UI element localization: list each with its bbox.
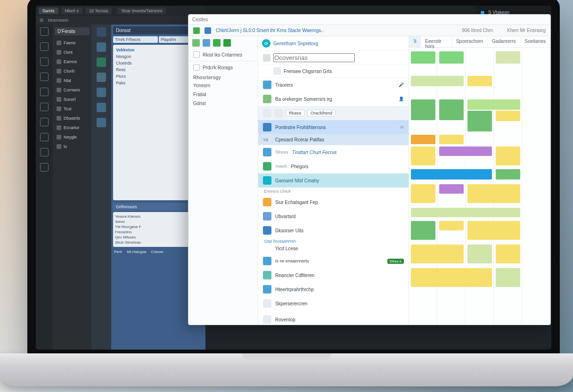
event-block[interactable] bbox=[439, 99, 464, 120]
list-link[interactable]: Gtar hrossanrrsn bbox=[258, 237, 409, 245]
list-item[interactable]: Hteertrprahrthrchp bbox=[258, 282, 409, 296]
tool-icon[interactable] bbox=[97, 118, 106, 127]
event-block[interactable] bbox=[467, 245, 492, 263]
list-item-selected[interactable]: Pontirstre Frohithterrsns Ih bbox=[258, 120, 409, 134]
editor-tab-4[interactable]: Strar Invests/Tatrsnns bbox=[117, 8, 166, 14]
activity-icon[interactable] bbox=[40, 103, 49, 111]
list-item[interactable]: Traorers 🎤 bbox=[258, 78, 409, 92]
left-item[interactable]: Fratial bbox=[188, 90, 258, 99]
event-block[interactable] bbox=[496, 111, 520, 121]
list-item[interactable]: Ubvartsrd bbox=[258, 209, 409, 223]
activity-icon[interactable] bbox=[40, 57, 49, 66]
filter-icon[interactable] bbox=[213, 39, 221, 47]
sidebar-item[interactable]: Clunh bbox=[55, 66, 90, 76]
sidebar-item[interactable]: Eccartor bbox=[55, 123, 90, 132]
menu-item-1[interactable]: Sl bbox=[40, 18, 43, 23]
event-block[interactable] bbox=[467, 99, 520, 110]
event-block[interactable] bbox=[411, 245, 464, 263]
event-block[interactable] bbox=[411, 208, 520, 217]
editor-tab-2[interactable]: Mkert s bbox=[61, 8, 83, 14]
sidebar-item[interactable]: Socerl bbox=[55, 95, 90, 104]
chip[interactable]: Rkaea bbox=[286, 110, 304, 116]
event-block[interactable] bbox=[467, 111, 492, 131]
sidebar-item[interactable]: Dbastnls bbox=[55, 114, 90, 123]
left-item[interactable]: Rkist iks Cntarrnes bbox=[188, 49, 258, 60]
editor-tab-1[interactable]: Samts bbox=[39, 8, 58, 14]
list-item[interactable]: Siur Echatsgant Fep bbox=[258, 195, 409, 209]
sidebar-item[interactable]: Nlat bbox=[55, 76, 90, 85]
activity-icon[interactable] bbox=[40, 163, 49, 172]
event-block[interactable] bbox=[496, 245, 520, 263]
list-item-highlighted[interactable]: Gamarel Nfsf Cmahy bbox=[258, 173, 409, 188]
event-block[interactable] bbox=[439, 221, 464, 230]
event-block[interactable] bbox=[439, 51, 464, 64]
editor-tab-3[interactable]: 15 Tecssa bbox=[85, 8, 112, 14]
event-block[interactable] bbox=[411, 147, 435, 165]
event-block[interactable] bbox=[467, 221, 520, 240]
event-block[interactable] bbox=[467, 76, 492, 86]
event-block[interactable] bbox=[411, 99, 435, 120]
search-icon[interactable]: ⟳ bbox=[262, 39, 270, 48]
schedule-tab[interactable]: Soeitanes bbox=[521, 36, 550, 47]
search-input[interactable] bbox=[273, 53, 355, 62]
schedule-grid[interactable] bbox=[409, 48, 550, 325]
event-block[interactable] bbox=[411, 184, 435, 203]
activity-icon[interactable] bbox=[40, 27, 49, 36]
list-item[interactable]: Ba orekerger Somerrsrs irg 👤 bbox=[258, 92, 409, 106]
activity-icon[interactable] bbox=[40, 88, 49, 96]
sidebar-item[interactable]: Tcot bbox=[55, 104, 90, 114]
sidebar-item[interactable]: Corrsers bbox=[55, 85, 90, 95]
activity-icon[interactable] bbox=[40, 148, 49, 156]
list-item[interactable]: Dksorser Uits bbox=[258, 223, 409, 237]
event-block[interactable] bbox=[411, 268, 492, 287]
list-item[interactable]: Ix ne ensaennerts Dirso k bbox=[258, 254, 409, 268]
activity-icon[interactable] bbox=[40, 42, 49, 51]
toolbar-icon[interactable] bbox=[205, 27, 211, 34]
tool-icon[interactable] bbox=[97, 88, 106, 97]
tool-icon[interactable] bbox=[97, 42, 106, 52]
list-item[interactable]: Sfresis Tirattart Churt Fecrus bbox=[258, 145, 409, 159]
list-item[interactable]: Yicd Lcese bbox=[258, 245, 409, 252]
list-item[interactable]: Reancier Cdfiteren bbox=[258, 268, 409, 282]
event-block[interactable] bbox=[496, 51, 520, 64]
tool-icon[interactable] bbox=[97, 57, 106, 67]
event-block[interactable] bbox=[411, 76, 464, 86]
activity-icon[interactable] bbox=[40, 133, 49, 141]
filter-icon[interactable] bbox=[203, 39, 210, 47]
activity-icon[interactable] bbox=[40, 118, 49, 126]
schedule-tab[interactable]: 'ii bbox=[409, 36, 421, 47]
activity-icon[interactable] bbox=[40, 73, 49, 81]
tool-icon[interactable] bbox=[97, 73, 106, 82]
sidebar-item[interactable]: Faene bbox=[55, 38, 90, 48]
event-block[interactable] bbox=[439, 184, 464, 194]
event-block[interactable] bbox=[411, 221, 435, 240]
event-block[interactable] bbox=[411, 169, 492, 180]
event-block[interactable] bbox=[439, 147, 492, 156]
list-item[interactable]: Roventop bbox=[258, 312, 409, 325]
chip[interactable]: Orackihend bbox=[307, 110, 336, 116]
schedule-tab[interactable]: Gadanrerrs bbox=[488, 36, 521, 47]
menu-item-2[interactable]: Mnerresnn bbox=[48, 18, 68, 23]
filter-icon[interactable] bbox=[223, 39, 231, 47]
tool-icon[interactable] bbox=[97, 27, 106, 37]
sidebar-item[interactable]: lo bbox=[55, 142, 90, 151]
left-item[interactable]: Prdcrk Rorags bbox=[188, 62, 258, 73]
tool-icon[interactable] bbox=[97, 103, 106, 112]
schedule-tab[interactable]: Eeerstir hors bbox=[421, 36, 451, 47]
event-block[interactable] bbox=[496, 169, 520, 180]
event-block[interactable] bbox=[411, 51, 435, 64]
panel-tab[interactable]: Trnrk Frhecrs bbox=[113, 36, 158, 43]
list-item[interactable]: Aveeh Phegors bbox=[258, 159, 409, 173]
event-block[interactable] bbox=[467, 184, 520, 203]
event-block[interactable] bbox=[411, 135, 435, 144]
sidebar-item[interactable]: Neygle bbox=[55, 132, 90, 142]
list-item[interactable]: Skperserercren bbox=[258, 296, 409, 310]
sidebar-item[interactable]: Osnt bbox=[55, 48, 90, 57]
left-item[interactable]: Yonesrn bbox=[188, 81, 258, 90]
sidebar-item[interactable]: Eamns bbox=[55, 57, 90, 66]
left-item[interactable]: Gdrist bbox=[188, 99, 258, 108]
list-item[interactable]: Y8 Cpesard Rcerar Patifas bbox=[258, 134, 409, 145]
event-block[interactable] bbox=[496, 268, 520, 287]
filter-icon[interactable] bbox=[192, 39, 200, 47]
event-block[interactable] bbox=[439, 135, 464, 144]
